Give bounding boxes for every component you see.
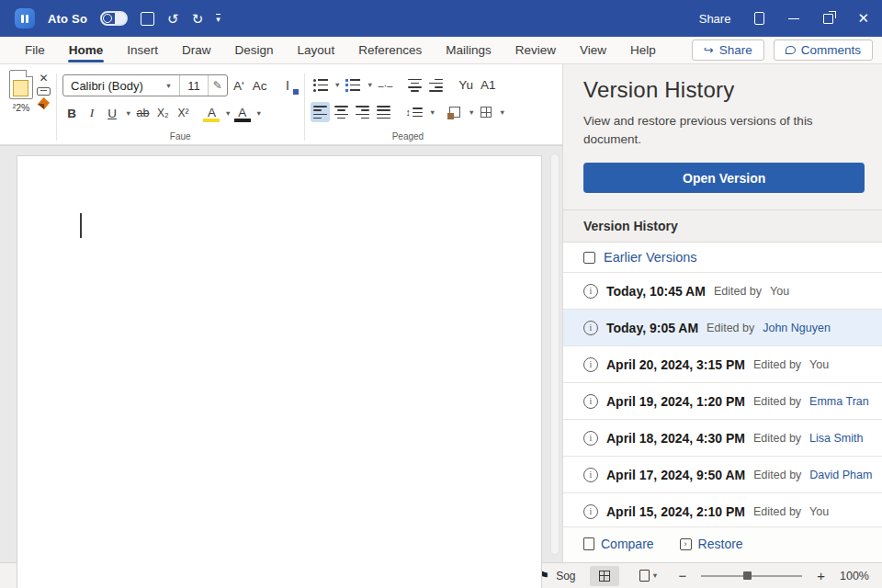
earlier-versions-row[interactable]: Earlier Versions [563, 243, 882, 273]
bullets-chevron-icon[interactable]: ▼ [334, 81, 341, 89]
editor-name[interactable]: Emma Tran [809, 395, 869, 408]
print-layout-button[interactable]: ▼ [634, 566, 663, 586]
tab-draw[interactable]: Draw [172, 37, 221, 63]
restore-button[interactable]: › Restore [680, 537, 743, 551]
cut-icon[interactable]: ✕ [39, 72, 48, 85]
bold-button[interactable]: B [62, 103, 81, 123]
close-button[interactable]: ✕ [857, 10, 869, 27]
font-size-select[interactable]: 11 [180, 75, 209, 96]
version-entry-row[interactable]: i April 15, 2024, 2:10 PM Edited by You [563, 493, 882, 526]
tab-view[interactable]: View [570, 37, 616, 63]
read-mode-button[interactable] [590, 566, 619, 586]
document-page[interactable] [17, 155, 542, 588]
tab-home[interactable]: Home [59, 37, 114, 63]
underline-chevron-icon[interactable]: ▼ [125, 109, 131, 118]
chevron-down-icon[interactable]: ▼ [165, 82, 172, 90]
tab-help[interactable]: Help [620, 37, 666, 63]
info-icon[interactable]: i [583, 394, 598, 409]
version-entry-row[interactable]: i Today, 9:05 AM Edited by John Nguyen [563, 310, 882, 346]
italic-button[interactable]: I [83, 103, 101, 123]
strikethrough-button[interactable]: ab [133, 103, 152, 123]
bookmark-icon[interactable] [754, 12, 764, 25]
document-scrollbar[interactable] [550, 153, 560, 555]
shading-icon[interactable] [446, 102, 464, 122]
superscript-button[interactable]: X² [174, 103, 192, 123]
numbering-chevron-icon[interactable]: ▼ [367, 81, 373, 89]
align-left-button[interactable] [311, 102, 330, 122]
titlebar-share-button[interactable]: Share [699, 12, 731, 26]
earlier-versions-checkbox[interactable] [583, 252, 595, 264]
tab-review[interactable]: Review [505, 37, 566, 63]
undo-icon[interactable]: ↺ [167, 12, 179, 26]
font-color-button[interactable]: A [233, 103, 252, 123]
font-pen-icon[interactable]: ✎ [209, 75, 227, 96]
clear-formatting-icon[interactable]: I [280, 75, 299, 96]
tab-file[interactable]: File [15, 37, 55, 63]
editor-name[interactable]: David Pham [809, 469, 872, 481]
font-color-chevron-icon[interactable]: ▼ [255, 109, 262, 118]
font-name-select[interactable]: Calibri (Body) ▼ [63, 75, 180, 96]
shrink-font-button[interactable]: Ac [250, 75, 270, 96]
info-icon[interactable]: i [583, 431, 598, 446]
quick-access-chevron-icon[interactable]: ▾ [216, 14, 220, 24]
bullets-icon[interactable] [311, 75, 331, 96]
tab-references[interactable]: References [348, 37, 432, 63]
highlight-chevron-icon[interactable]: ▼ [224, 109, 231, 118]
save-icon[interactable] [141, 12, 154, 26]
subscript-button[interactable]: X₂ [153, 103, 172, 123]
zoom-level[interactable]: 100% [840, 570, 869, 582]
paragraph-group-label: Peaged [311, 130, 506, 144]
highlight-color-button[interactable]: A [202, 103, 220, 123]
line-spacing-icon[interactable]: ↕ [403, 102, 426, 122]
info-icon[interactable]: i [583, 321, 598, 335]
justify-button[interactable] [374, 102, 393, 122]
autosave-toggle[interactable] [100, 11, 128, 26]
info-icon[interactable]: i [583, 468, 598, 482]
zoom-slider[interactable] [701, 575, 802, 577]
language-selector[interactable]: ⚑ Sog [538, 569, 575, 582]
tab-mailings[interactable]: Mailings [435, 37, 502, 63]
borders-chevron-icon[interactable]: ▼ [499, 108, 505, 117]
align-right-button[interactable] [353, 102, 372, 122]
tab-layout[interactable]: Layout [288, 37, 345, 63]
grow-font-button[interactable]: Aʹ [230, 75, 248, 96]
version-entry-row[interactable]: i April 17, 2024, 9:50 AM Edited by Davi… [563, 457, 882, 493]
shading-chevron-icon[interactable]: ▼ [468, 108, 474, 117]
line-spacing-chevron-icon[interactable]: ▼ [429, 108, 435, 117]
version-entry-row[interactable]: i April 18, 2024, 4:30 PM Edited by Lisa… [563, 420, 882, 457]
editor-name[interactable]: Lisa Smith [809, 432, 863, 445]
maximize-button[interactable] [823, 14, 833, 24]
zoom-out-button[interactable]: − [678, 568, 686, 583]
paste-options-label[interactable]: ²2% [13, 102, 30, 113]
underline-button[interactable]: U [103, 103, 121, 123]
paragraph-marks-icon[interactable]: A1 [478, 75, 499, 96]
minimize-button[interactable] [788, 18, 799, 19]
sort-icon[interactable]: Yu [456, 75, 476, 96]
version-entry-row[interactable]: i Today, 10:45 AM Edited by You [563, 273, 882, 310]
zoom-in-button[interactable]: + [817, 568, 825, 583]
copy-icon[interactable] [37, 87, 51, 96]
open-version-button[interactable]: Open Version [583, 163, 865, 193]
font-group: Calibri (Body) ▼ 11 ✎ Aʹ Ac I [62, 68, 299, 144]
tab-insert[interactable]: Insert [117, 37, 168, 63]
zoom-slider-handle[interactable] [743, 571, 752, 580]
format-painter-icon[interactable] [38, 97, 50, 109]
borders-icon[interactable] [477, 102, 495, 122]
redo-icon[interactable]: ↻ [192, 12, 204, 26]
info-icon[interactable]: i [583, 357, 598, 372]
comments-button[interactable]: Comments [774, 40, 873, 61]
info-icon[interactable]: i [583, 504, 598, 519]
info-icon[interactable]: i [583, 284, 598, 299]
editor-name[interactable]: John Nguyen [763, 322, 831, 334]
align-center-button[interactable] [332, 102, 351, 122]
version-entry-row[interactable]: i April 20, 2024, 3:15 PM Edited by You [563, 346, 882, 383]
compare-button[interactable]: Compare [583, 537, 654, 551]
tab-design[interactable]: Design [225, 37, 284, 63]
version-entry-row[interactable]: i April 19, 2024, 1:20 PM Edited by Emma… [563, 383, 882, 420]
paste-icon[interactable] [9, 70, 33, 99]
indent-icon[interactable] [426, 75, 446, 96]
share-button[interactable]: ↪ Share [692, 40, 764, 61]
outdent-icon[interactable] [405, 75, 424, 96]
numbering-icon[interactable] [343, 75, 363, 96]
multilevel-list-icon[interactable]: –·– [375, 75, 395, 96]
